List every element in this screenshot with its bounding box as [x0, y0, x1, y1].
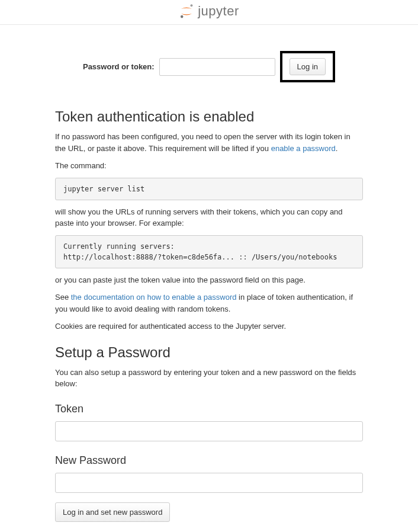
login-button-highlight-box: Log in: [280, 51, 335, 82]
jupyter-logo: jupyter: [179, 4, 239, 19]
password-token-input[interactable]: [159, 58, 275, 76]
running-servers-example: Currently running servers: http://localh…: [55, 235, 363, 268]
jupyter-icon: [179, 4, 194, 19]
page-header: jupyter: [0, 0, 418, 25]
text: See: [55, 293, 71, 302]
cookies-note: Cookies are required for authenticated a…: [55, 321, 363, 332]
token-auth-intro: If no password has been configured, you …: [55, 131, 363, 154]
setup-password-intro: You can also setup a password by enterin…: [55, 367, 363, 390]
token-input[interactable]: [55, 421, 363, 441]
urls-explanation: will show you the URLs of running server…: [55, 206, 363, 229]
token-auth-heading: Token authentication is enabled: [55, 108, 363, 125]
login-button[interactable]: Log in: [290, 58, 326, 75]
brand-text: jupyter: [198, 4, 239, 19]
login-set-password-button[interactable]: Log in and set new password: [55, 502, 170, 522]
documentation-link[interactable]: the documentation on how to enable a pas…: [71, 293, 237, 302]
docs-link-paragraph: See the documentation on how to enable a…: [55, 291, 363, 315]
enable-password-link[interactable]: enable a password: [271, 144, 336, 153]
new-password-input[interactable]: [55, 473, 363, 493]
paste-token-note: or you can paste just the token value in…: [55, 274, 363, 286]
text: .: [336, 144, 338, 153]
token-field-label: Token: [55, 403, 363, 415]
password-token-label: Password or token:: [83, 62, 155, 71]
command-intro: The command:: [55, 160, 363, 172]
server-list-code: jupyter server list: [55, 178, 363, 200]
svg-point-0: [191, 4, 193, 7]
login-form-row: Password or token: Log in: [55, 51, 363, 82]
svg-point-1: [181, 15, 184, 18]
main-container: Password or token: Log in Token authenti…: [49, 51, 369, 522]
new-password-field-label: New Password: [55, 454, 363, 467]
setup-password-heading: Setup a Password: [55, 344, 363, 361]
